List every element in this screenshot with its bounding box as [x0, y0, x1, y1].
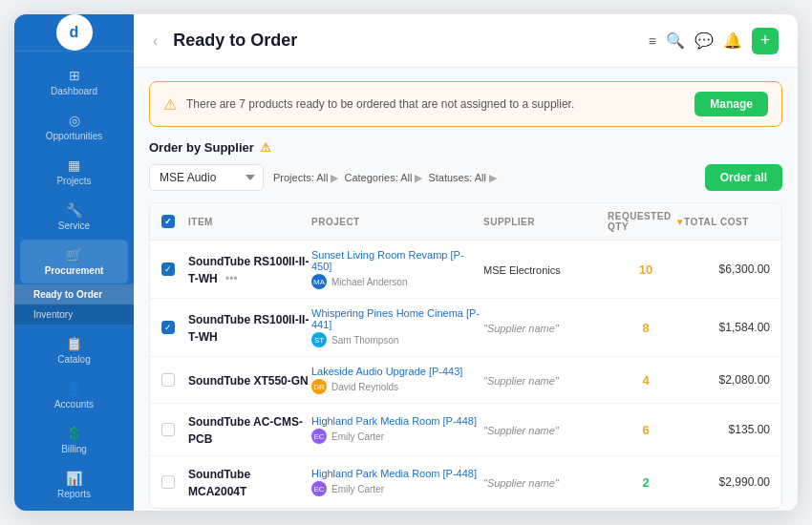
sidebar-label-accounts: Accounts: [54, 399, 94, 410]
search-icon[interactable]: 🔍: [666, 32, 685, 50]
person-avatar-3: EC: [311, 429, 327, 444]
item-name-0: SoundTube RS100II-II-T-WH: [188, 255, 309, 285]
person-name-1: Sam Thompson: [331, 335, 398, 346]
categories-filter-arrow: ▶: [415, 172, 422, 184]
sidebar-item-ready-to-order[interactable]: Ready to Order: [14, 284, 134, 304]
qty-1: 8: [608, 321, 684, 335]
projects-filter[interactable]: Projects: All ▶: [273, 172, 338, 184]
sidebar-label-opportunities: Opportunities: [46, 131, 102, 141]
supplier-3: "Supplier name": [483, 421, 608, 438]
projects-filter-arrow: ▶: [331, 172, 338, 184]
section-warning-icon: ⚠: [260, 140, 271, 155]
sidebar-item-accounts[interactable]: 👤 Accounts: [20, 373, 128, 417]
manage-button[interactable]: Manage: [694, 92, 768, 116]
page-title: Ready to Order: [173, 31, 637, 51]
filter-icon[interactable]: ≡: [649, 33, 656, 49]
supplier-2: "Supplier name": [483, 371, 608, 388]
sidebar-item-reports[interactable]: 📊 Reports: [20, 463, 128, 507]
sidebar-label-procurement: Procurement: [45, 265, 104, 276]
supplier-name-1: "Supplier name": [483, 323, 559, 334]
supplier-name-4: "Supplier name": [483, 477, 559, 489]
statuses-filter-label: Statuses: All: [428, 172, 486, 183]
categories-filter[interactable]: Categories: All ▶: [344, 172, 422, 184]
person-avatar-2: DR: [311, 379, 327, 394]
item-info-2: SoundTube XT550-GN: [188, 371, 311, 388]
sidebar-item-procurement[interactable]: 🛒 Procurement: [20, 240, 128, 284]
alert-bar: ⚠ There are 7 products ready to be order…: [149, 81, 782, 127]
project-link-4[interactable]: Highland Park Media Room [P-448]: [311, 468, 483, 479]
qty-2: 4: [608, 373, 684, 388]
sidebar-item-inventory[interactable]: Inventory: [14, 304, 134, 325]
section-header: Order by Supplier ⚠: [149, 140, 782, 155]
sidebar-item-projects[interactable]: ▦ Projects: [20, 150, 128, 194]
row-checkbox-4[interactable]: [161, 475, 175, 489]
person-avatar-1: ST: [311, 332, 327, 347]
person-4: EC Emily Carter: [311, 481, 483, 496]
sidebar-label-reports: Reports: [57, 489, 91, 499]
sidebar-logo: d: [14, 14, 134, 52]
row-checkbox-1[interactable]: [161, 321, 175, 334]
col-project: PROJECT: [311, 211, 483, 232]
project-info-1: Whispering Pines Home Cinema [P-441] ST …: [311, 307, 483, 347]
sidebar: d ⊞ Dashboard ◎ Opportunities ▦ Projects…: [14, 14, 134, 511]
row-checkbox-0[interactable]: [161, 262, 175, 276]
project-link-1[interactable]: Whispering Pines Home Cinema [P-441]: [311, 307, 483, 330]
main-content: ‹ Ready to Order ≡ 🔍 💬 🔔 + ⚠ There are 7…: [134, 14, 798, 511]
alert-icon: ⚠: [163, 95, 177, 114]
table-row: SoundTube RS100II-II-T-WH ••• Sunset Liv…: [150, 241, 781, 299]
billing-icon: 💲: [66, 426, 82, 441]
supplier-select[interactable]: MSE Audio: [149, 164, 264, 191]
header-icons: ≡ 🔍 💬 🔔 +: [649, 28, 779, 54]
project-link-3[interactable]: Highland Park Media Room [P-448]: [311, 415, 483, 427]
col-item: ITEM: [188, 211, 311, 232]
select-all-checkbox[interactable]: [161, 215, 175, 228]
qty-4: 2: [608, 475, 684, 490]
person-name-4: Emily Carter: [331, 484, 384, 494]
filter-tags: Projects: All ▶ Categories: All ▶ Status…: [273, 172, 695, 184]
sidebar-item-opportunities[interactable]: ◎ Opportunities: [20, 105, 128, 149]
sidebar-label-projects: Projects: [56, 176, 91, 186]
table-row: SoundTube MCA2004T Highland Park Media R…: [150, 456, 781, 508]
row-checkbox-2[interactable]: [161, 373, 175, 387]
logo-icon[interactable]: d: [56, 14, 93, 51]
col-qty[interactable]: REQUESTED QTY ▼: [608, 211, 684, 232]
chat-icon[interactable]: 💬: [694, 32, 714, 50]
sidebar-label-catalog: Catalog: [57, 354, 90, 365]
project-info-3: Highland Park Media Room [P-448] EC Emil…: [311, 415, 483, 444]
person-2: DR David Reynolds: [311, 379, 483, 394]
project-link-2[interactable]: Lakeside Audio Upgrade [P-443]: [311, 366, 483, 377]
statuses-filter[interactable]: Statuses: All ▶: [428, 172, 497, 184]
accounts-icon: 👤: [66, 381, 82, 396]
person-name-2: David Reynolds: [331, 382, 398, 392]
back-button[interactable]: ‹: [153, 32, 158, 50]
qty-0: 10: [608, 262, 684, 277]
order-all-button[interactable]: Order all: [705, 164, 782, 191]
row-checkbox-3[interactable]: [161, 423, 175, 436]
person-name-3: Emily Carter: [331, 431, 384, 442]
item-name-1: SoundTube RS100II-II-T-WH: [188, 313, 309, 344]
supplier-1: "Supplier name": [483, 319, 608, 336]
item-name-2: SoundTube XT550-GN: [188, 374, 309, 388]
dashboard-icon: ⊞: [69, 68, 80, 83]
person-3: EC Emily Carter: [311, 429, 483, 444]
supplier-0: MSE Electronics: [483, 261, 608, 278]
sidebar-item-billing[interactable]: 💲 Billing: [20, 418, 128, 462]
add-button[interactable]: +: [752, 28, 779, 54]
items-table: ITEM PROJECT SUPPLIER REQUESTED QTY ▼ TO…: [149, 202, 782, 509]
notification-icon[interactable]: 🔔: [723, 32, 742, 50]
reports-icon: 📊: [66, 471, 82, 486]
sidebar-item-service[interactable]: 🔧 Service: [20, 195, 128, 239]
item-info-4: SoundTube MCA2004T: [188, 465, 311, 499]
project-link-0[interactable]: Sunset Living Room Revamp [P-450]: [311, 249, 483, 272]
procurement-icon: 🛒: [66, 247, 82, 262]
procurement-sub-nav: Ready to Order Inventory: [14, 284, 134, 325]
statuses-filter-arrow: ▶: [489, 172, 497, 184]
sidebar-item-dashboard[interactable]: ⊞ Dashboard: [20, 60, 128, 104]
sidebar-item-todos[interactable]: ✅ To Dos: [20, 508, 128, 511]
total-2: $2,080.00: [684, 373, 770, 387]
categories-filter-label: Categories: All: [344, 172, 412, 183]
sidebar-item-catalog[interactable]: 📋 Catalog: [20, 328, 128, 372]
person-0: MA Michael Anderson: [311, 274, 483, 289]
qty-3: 6: [608, 423, 684, 437]
sidebar-label-billing: Billing: [61, 444, 87, 454]
